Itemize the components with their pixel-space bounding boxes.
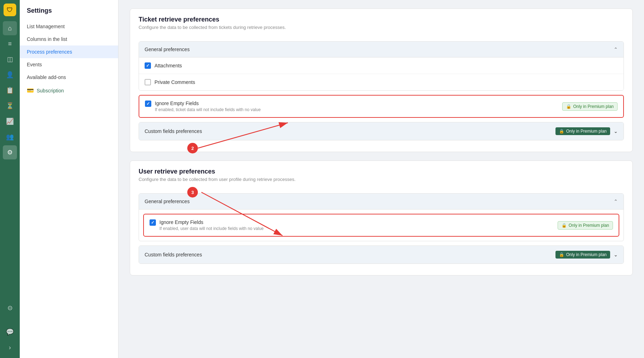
user-custom-fields-accordion: Custom fields preferences 🔒 Only in Prem… [139, 245, 624, 264]
sidebar-item-events[interactable]: Events [20, 58, 118, 71]
nav-list-icon[interactable]: ≡ [3, 37, 17, 51]
user-general-chevron-icon: ⌃ [614, 199, 618, 204]
subscription-icon: 💳 [27, 87, 34, 94]
nav-chat-icon[interactable]: 💬 [3, 325, 17, 339]
user-ignore-empty-desc: If enabled, user data will not include f… [159, 226, 264, 231]
user-section-card: User retrieve preferences Configure the … [130, 160, 633, 275]
app-logo[interactable]: 🛡 [4, 4, 16, 16]
nav-chart-icon[interactable]: 📈 [3, 114, 17, 128]
ticket-ignore-empty-info: Ignore Empty Fields If enabled, ticket d… [155, 101, 261, 112]
user-section-title: User retrieve preferences [139, 168, 624, 175]
ticket-ignore-empty-checkbox[interactable] [145, 101, 151, 107]
sidebar-item-list-management[interactable]: List Management [20, 20, 118, 33]
ticket-custom-fields-accordion: Custom fields preferences 🔒 Only in Prem… [139, 122, 624, 140]
attachments-label[interactable]: Attachments [154, 63, 182, 68]
attachments-row: Attachments [139, 57, 624, 74]
user-general-label: General preferences [145, 199, 190, 204]
user-general-accordion-body: Ignore Empty Fields If enabled, user dat… [139, 209, 624, 237]
sidebar: Settings List Management Columns in the … [20, 0, 119, 358]
sidebar-item-columns[interactable]: Columns in the list [20, 33, 118, 45]
nav-clipboard-icon[interactable]: 📋 [3, 83, 17, 97]
user-section-header: User retrieve preferences Configure the … [130, 161, 632, 185]
nav-home-icon[interactable]: ⌂ [3, 21, 17, 35]
user-custom-lock-icon: 🔒 [559, 252, 564, 257]
ticket-custom-fields-chevron-icon: ⌄ [614, 128, 618, 134]
main-wrapper: Ticket retrieve preferences Configure th… [119, 0, 644, 358]
user-general-accordion: General preferences ⌃ Ignore Empty Field… [139, 193, 624, 241]
user-section-subtitle: Configure the data to be collected from … [139, 177, 624, 182]
user-custom-fields-header[interactable]: Custom fields preferences 🔒 Only in Prem… [139, 246, 624, 263]
sidebar-item-process-preferences[interactable]: Process preferences [20, 45, 118, 58]
ticket-custom-lock-icon: 🔒 [559, 129, 564, 134]
ticket-custom-fields-right: 🔒 Only in Premium plan ⌄ [555, 127, 618, 135]
sidebar-item-available-addons[interactable]: Available add-ons [20, 71, 118, 84]
user-ignore-empty-info: Ignore Empty Fields If enabled, user dat… [159, 219, 264, 231]
private-comments-row: Private Comments [139, 74, 624, 90]
ticket-section-card: Ticket retrieve preferences Configure th… [130, 8, 633, 152]
ticket-ignore-empty-row: Ignore Empty Fields If enabled, ticket d… [139, 95, 624, 118]
nav-inbox-icon[interactable]: ◫ [3, 52, 17, 66]
ticket-section-header: Ticket retrieve preferences Configure th… [130, 9, 632, 33]
user-premium-badge: 🔒 Only in Premium plan [558, 221, 613, 230]
user-custom-fields-chevron-icon: ⌄ [614, 252, 618, 257]
user-custom-fields-label: Custom fields preferences [145, 252, 202, 257]
nav-grid-icon[interactable]: ⊝ [3, 301, 17, 315]
user-lock-icon: 🔒 [561, 223, 567, 228]
nav-users-icon[interactable]: 👤 [3, 68, 17, 82]
user-ignore-empty-checkbox[interactable] [150, 219, 156, 226]
ticket-ignore-empty-left: Ignore Empty Fields If enabled, ticket d… [145, 101, 261, 112]
ticket-general-accordion-body: Attachments Private Comments [139, 57, 624, 90]
user-ignore-empty-left: Ignore Empty Fields If enabled, user dat… [150, 219, 264, 231]
user-general-accordion-header[interactable]: General preferences ⌃ [139, 194, 624, 209]
ticket-general-label: General preferences [145, 47, 190, 52]
private-comments-label[interactable]: Private Comments [154, 79, 195, 85]
user-ignore-empty-row: Ignore Empty Fields If enabled, user dat… [143, 214, 619, 237]
user-section-body: General preferences ⌃ Ignore Empty Field… [130, 185, 632, 275]
attachments-checkbox[interactable] [145, 62, 151, 69]
ticket-general-accordion: General preferences ⌃ Attachments Privat… [139, 41, 624, 91]
private-comments-checkbox[interactable] [145, 79, 151, 85]
ticket-general-accordion-header[interactable]: General preferences ⌃ [139, 42, 624, 57]
ticket-premium-badge: 🔒 Only in Premium plan [562, 102, 618, 111]
ticket-lock-icon: 🔒 [566, 104, 571, 109]
nav-team-icon[interactable]: 👥 [3, 130, 17, 144]
icon-bar: 🛡 ⌂ ≡ ◫ 👤 📋 ⏳ 📈 👥 ⚙ ⊝ 💬 › [0, 0, 20, 358]
user-custom-fields-right: 🔒 Only in Premium plan ⌄ [555, 251, 618, 259]
ticket-section-title: Ticket retrieve preferences [139, 16, 624, 23]
ticket-custom-fields-premium-badge: 🔒 Only in Premium plan [555, 127, 610, 135]
user-custom-fields-premium-badge: 🔒 Only in Premium plan [555, 251, 610, 259]
user-ignore-empty-title: Ignore Empty Fields [159, 219, 264, 225]
ticket-custom-fields-header[interactable]: Custom fields preferences 🔒 Only in Prem… [139, 122, 624, 140]
nav-expand-icon[interactable]: › [3, 340, 17, 354]
nav-clock-icon[interactable]: ⏳ [3, 99, 17, 113]
ticket-ignore-empty-desc: If enabled, ticket data will not include… [155, 107, 261, 112]
ticket-general-chevron-icon: ⌃ [614, 47, 618, 52]
ticket-section-subtitle: Configure the data to be collected from … [139, 25, 624, 30]
ticket-ignore-empty-title: Ignore Empty Fields [155, 101, 261, 106]
ticket-custom-fields-label: Custom fields preferences [145, 128, 202, 134]
main-content: Ticket retrieve preferences Configure th… [119, 0, 644, 292]
nav-settings-icon[interactable]: ⚙ [3, 145, 17, 159]
sidebar-title: Settings [20, 7, 118, 20]
sidebar-item-subscription[interactable]: 💳 Subscription [20, 84, 118, 97]
ticket-section-body: General preferences ⌃ Attachments Privat… [130, 33, 632, 152]
